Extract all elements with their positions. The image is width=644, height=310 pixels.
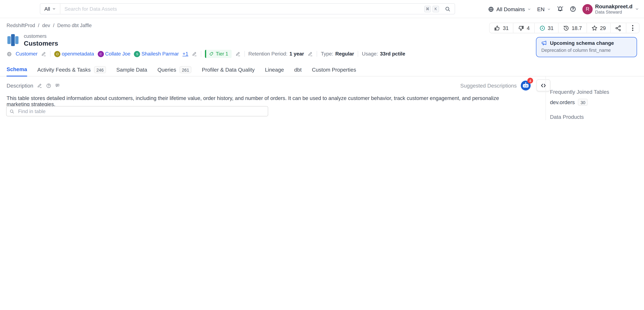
user-name: Rounakpreet.d (595, 4, 632, 9)
banner-title: Upcoming schema change (550, 40, 614, 46)
domains-label: All Domains (496, 6, 525, 12)
globe-icon (6, 51, 12, 57)
description-text: This table stores detailed information a… (6, 95, 522, 107)
domains-dropdown[interactable]: All Domains (488, 6, 531, 12)
search-icon[interactable] (445, 6, 450, 12)
upvote-button[interactable]: 31 (490, 23, 514, 33)
request-description-icon[interactable] (46, 83, 52, 88)
chevron-down-icon (52, 7, 56, 11)
joined-table-item[interactable]: dev.orders 30 (550, 99, 588, 106)
owner-collate-joe[interactable]: C Collate Joe (98, 51, 130, 57)
edit-domain-pencil-icon[interactable] (41, 51, 47, 57)
retention-value: 1 year (289, 51, 304, 57)
top-bar: All ⌘ K All Domains EN R Roun (0, 0, 644, 18)
description-label: Description (6, 83, 33, 89)
tier-label: Tier 1 (216, 51, 228, 57)
suggestions-count-badge: 4 (528, 78, 533, 83)
user-menu[interactable]: R Rounakpreet.d Data Steward (582, 4, 639, 15)
tab-dbt[interactable]: dbt (294, 66, 302, 76)
thumbs-up-icon (494, 25, 500, 31)
domain-link[interactable]: Customer (16, 51, 38, 57)
tab-custom-properties[interactable]: Custom Properties (312, 66, 356, 76)
globe-icon (488, 6, 494, 12)
owner-avatar: O (54, 51, 60, 57)
search-input[interactable] (60, 6, 424, 12)
tag-icon (209, 52, 214, 56)
search-icon (10, 109, 14, 114)
downvote-button[interactable]: 4 (514, 23, 534, 33)
more-owners-link[interactable]: +1 (182, 51, 188, 57)
tab-activity-feeds[interactable]: Activity Feeds & Tasks246 (37, 66, 106, 76)
chevron-down-icon (635, 7, 639, 11)
owner-name: Collate Joe (105, 51, 130, 57)
ai-robot-icon[interactable]: 4 (521, 81, 530, 90)
notifications-bell-icon[interactable] (557, 6, 564, 12)
tab-profiler[interactable]: Profiler & Data Quality (202, 66, 255, 76)
edit-retention-pencil-icon[interactable] (308, 51, 313, 57)
tier-badge[interactable]: Tier 1 (205, 50, 232, 58)
code-view-toggle[interactable] (536, 79, 550, 91)
watch-count: 31 (548, 25, 554, 31)
user-avatar: R (582, 4, 592, 14)
star-button[interactable]: 29 (587, 23, 611, 33)
more-actions-button[interactable] (626, 23, 639, 33)
edit-description-pencil-icon[interactable] (37, 83, 42, 88)
cmd-key: ⌘ (424, 6, 431, 12)
banner-subtitle: Deprecation of column first_name (541, 48, 632, 53)
help-icon[interactable] (570, 6, 576, 12)
breadcrumb-database[interactable]: dev (42, 23, 50, 28)
find-in-table[interactable] (6, 106, 268, 116)
upvote-count: 31 (503, 25, 509, 31)
asset-stats-toolbar: 31 4 31 18.7 29 (489, 23, 640, 33)
breadcrumb-schema[interactable]: Demo dbt Jaffle (57, 23, 92, 28)
page-title: Customers (24, 40, 58, 47)
asset-meta-row: Customer O openmetadata C Collate Joe S … (6, 50, 405, 58)
edit-owners-pencil-icon[interactable] (192, 51, 198, 57)
language-label: EN (537, 6, 545, 12)
data-products-heading: Data Products (550, 114, 584, 120)
joined-table-name[interactable]: dev.orders (550, 99, 575, 105)
joined-table-count: 30 (578, 99, 588, 106)
edit-tier-pencil-icon[interactable] (235, 51, 240, 57)
description-header: Description (6, 83, 60, 89)
usage-value: 33rd pctile (380, 51, 405, 57)
tab-count-badge: 261 (180, 66, 192, 73)
tab-bar: Schema Activity Feeds & Tasks246 Sample … (6, 66, 356, 76)
breadcrumb-separator: / (38, 23, 39, 28)
watch-count-icon (539, 25, 545, 31)
share-icon (615, 25, 622, 31)
type-value: Regular (335, 51, 354, 57)
megaphone-icon (541, 40, 547, 46)
kebab-icon (631, 25, 634, 31)
find-in-table-input[interactable] (17, 108, 268, 114)
search-scope-dropdown[interactable]: All (40, 4, 60, 14)
tab-schema[interactable]: Schema (6, 66, 27, 76)
right-sidebar: Frequently Joined Tables dev.orders 30 D… (550, 77, 641, 120)
watch-button[interactable]: 31 (534, 23, 558, 33)
owner-name: openmetadata (62, 51, 94, 57)
chevron-down-icon (547, 7, 551, 11)
owner-avatar: C (98, 51, 104, 57)
owner-shailesh-parmar[interactable]: S Shailesh Parmar (134, 51, 179, 57)
freshness-button[interactable]: 18.7 (558, 23, 587, 33)
comment-icon[interactable] (55, 83, 60, 88)
history-icon (563, 25, 569, 31)
share-button[interactable] (611, 23, 626, 33)
owner-openmetadata[interactable]: O openmetadata (54, 51, 94, 57)
schema-change-banner[interactable]: Upcoming schema change Deprecation of co… (536, 37, 637, 57)
freshness-value: 18.7 (572, 25, 582, 31)
tab-queries[interactable]: Queries261 (158, 66, 192, 76)
asset-title-block: customers Customers (6, 33, 58, 47)
language-dropdown[interactable]: EN (537, 6, 551, 12)
suggested-descriptions[interactable]: Suggested Descriptions 4 (411, 81, 530, 90)
tab-sample-data[interactable]: Sample Data (116, 66, 147, 76)
chevron-down-icon (527, 7, 531, 11)
star-icon (591, 25, 598, 31)
breadcrumb: RedshiftProd / dev / Demo dbt Jaffle (6, 23, 92, 28)
suggested-descriptions-label: Suggested Descriptions (460, 82, 516, 89)
type-label: Type: (321, 51, 333, 57)
breadcrumb-service[interactable]: RedshiftProd (6, 23, 35, 28)
downvote-count: 4 (527, 25, 530, 31)
global-search[interactable]: All ⌘ K (40, 3, 455, 15)
tab-lineage[interactable]: Lineage (265, 66, 284, 76)
